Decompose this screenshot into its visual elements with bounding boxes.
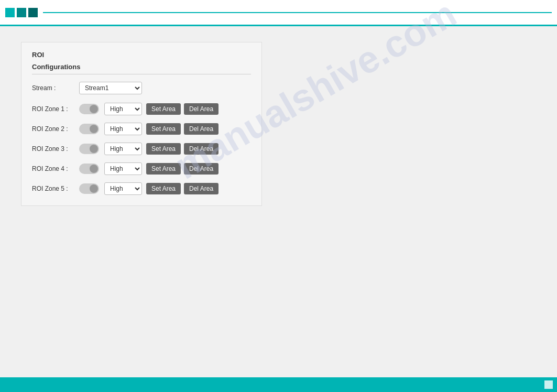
zone-2-label: ROI Zone 2 :	[32, 125, 79, 133]
zone-1-del-area-button[interactable]: Del Area	[184, 103, 219, 115]
zone-3-label: ROI Zone 3 :	[32, 145, 79, 153]
bottom-bar-icon	[544, 380, 553, 389]
zone-5-del-area-button[interactable]: Del Area	[184, 183, 219, 194]
stream-row: Stream : Stream1 Stream2 Stream3	[32, 82, 251, 94]
zone-3-toggle[interactable]	[79, 144, 99, 154]
configurations-title: Configurations	[32, 63, 251, 74]
zone-5-toggle-track	[79, 183, 99, 194]
zone-1-set-area-button[interactable]: Set Area	[146, 103, 181, 115]
zone-1-label: ROI Zone 1 :	[32, 105, 79, 113]
bottom-bar	[0, 377, 557, 392]
logo-block-2	[17, 8, 26, 17]
zone-1-toggle-thumb	[90, 105, 98, 113]
zone-2-toggle-track	[79, 124, 99, 134]
zone-3-del-area-button[interactable]: Del Area	[184, 143, 219, 155]
zone-5-toggle-thumb	[90, 184, 98, 193]
zone-5-quality-select[interactable]: High Medium Low	[104, 182, 142, 195]
zone-4-toggle-track	[79, 164, 99, 174]
zone-5-toggle[interactable]	[79, 183, 99, 194]
logo-block-3	[28, 8, 38, 17]
zone-row-5: ROI Zone 5 : High Medium Low Set Area De…	[32, 182, 251, 195]
main-content: manualshive.com ROI Configurations Strea…	[0, 26, 557, 222]
zone-3-set-area-button[interactable]: Set Area	[146, 143, 181, 155]
zone-2-toggle-thumb	[90, 125, 98, 133]
zone-3-toggle-thumb	[90, 145, 98, 153]
zone-4-toggle[interactable]	[79, 164, 99, 174]
roi-panel: ROI Configurations Stream : Stream1 Stre…	[21, 42, 262, 206]
zone-4-del-area-button[interactable]: Del Area	[184, 163, 219, 175]
stream-label: Stream :	[32, 84, 79, 92]
roi-title: ROI	[32, 51, 251, 59]
zone-3-quality-select[interactable]: High Medium Low	[104, 143, 142, 155]
zone-row-4: ROI Zone 4 : High Medium Low Set Area De…	[32, 162, 251, 175]
zone-row-3: ROI Zone 3 : High Medium Low Set Area De…	[32, 143, 251, 155]
top-bar-line	[43, 12, 552, 13]
logo	[5, 8, 38, 17]
top-bar	[0, 0, 557, 26]
zone-2-toggle[interactable]	[79, 124, 99, 134]
zone-5-set-area-button[interactable]: Set Area	[146, 183, 181, 194]
stream-select[interactable]: Stream1 Stream2 Stream3	[79, 82, 142, 94]
zone-1-toggle-track	[79, 104, 99, 114]
zone-row-2: ROI Zone 2 : High Medium Low Set Area De…	[32, 123, 251, 135]
zone-2-set-area-button[interactable]: Set Area	[146, 123, 181, 135]
zone-5-label: ROI Zone 5 :	[32, 185, 79, 192]
zone-1-toggle[interactable]	[79, 104, 99, 114]
zone-2-quality-select[interactable]: High Medium Low	[104, 123, 142, 135]
logo-block-1	[5, 8, 15, 17]
zone-4-quality-select[interactable]: High Medium Low	[104, 162, 142, 175]
zone-1-quality-select[interactable]: High Medium Low	[104, 103, 142, 115]
zone-2-del-area-button[interactable]: Del Area	[184, 123, 219, 135]
zone-row-1: ROI Zone 1 : High Medium Low Set Area De…	[32, 103, 251, 115]
zone-4-toggle-thumb	[90, 165, 98, 173]
zone-3-toggle-track	[79, 144, 99, 154]
zone-4-label: ROI Zone 4 :	[32, 165, 79, 172]
zone-4-set-area-button[interactable]: Set Area	[146, 163, 181, 175]
